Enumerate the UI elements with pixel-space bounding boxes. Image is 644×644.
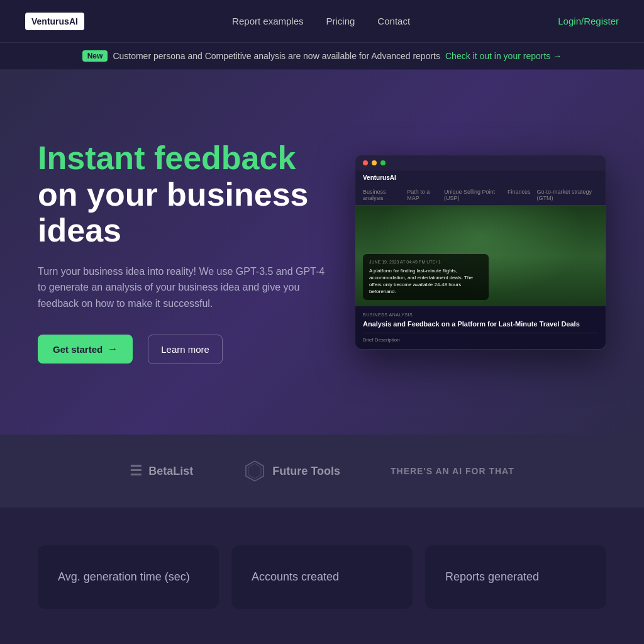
stat-label-reports: Reports generated xyxy=(445,570,586,584)
screenshot-image-area: JUNE 19, 2023 AT 04:49 PM UTC+1 A platfo… xyxy=(355,206,606,306)
screenshot-nav-item-4: Finances xyxy=(508,189,531,201)
stat-card-accounts: Accounts created xyxy=(231,545,413,609)
nav-report-examples[interactable]: Report examples xyxy=(232,16,303,26)
nav-pricing[interactable]: Pricing xyxy=(326,16,355,26)
stat-card-reports: Reports generated xyxy=(425,545,606,609)
screenshot-section-label: BUSINESS ANALYSIS xyxy=(363,313,598,317)
stat-card-avg-gen-time: Avg. generation time (sec) xyxy=(38,545,219,609)
logo-betalist: ☰ BetaList xyxy=(130,463,193,479)
screenshot-body: BUSINESS ANALYSIS Analysis and Feedback … xyxy=(355,306,606,348)
hero-title-white: on your business ideas xyxy=(38,176,309,248)
screenshot-brief-label: Brief Description xyxy=(363,333,598,343)
logo-theresanai: THERE'S AN AI FOR THAT xyxy=(391,466,514,476)
window-dot-yellow xyxy=(372,160,377,165)
betalist-label: BetaList xyxy=(148,465,193,478)
hero-title: Instant feedback on your business ideas xyxy=(38,140,330,248)
logo-futuretools: Future Tools xyxy=(243,460,340,482)
window-dot-red xyxy=(363,160,368,165)
hero-text-block: Instant feedback on your business ideas … xyxy=(38,140,330,364)
hero-description: Turn your business idea into reality! We… xyxy=(38,264,330,312)
window-dot-green xyxy=(380,160,386,165)
screenshot-nav-item-3: Unique Selling Point (USP) xyxy=(444,189,501,201)
nav-links: Report examples Pricing Contact xyxy=(232,16,410,26)
learn-more-button[interactable]: Learn more xyxy=(148,335,223,364)
screenshot-window-controls xyxy=(355,155,606,170)
stats-section: Avg. generation time (sec) Accounts crea… xyxy=(0,508,644,644)
screenshot-nav-item-1: Business analysis xyxy=(363,189,401,201)
hero-buttons: Get started Learn more xyxy=(38,335,330,364)
screenshot-nav-bar: Business analysis Path to a MAP Unique S… xyxy=(355,185,606,206)
hero-title-green: Instant feedback xyxy=(38,140,296,176)
futuretools-label: Future Tools xyxy=(272,465,340,478)
screenshot-logo: VenturusAI xyxy=(355,170,606,185)
stat-label-avg: Avg. generation time (sec) xyxy=(58,570,199,584)
nav-contact[interactable]: Contact xyxy=(377,16,410,26)
navbar: VenturusAI Report examples Pricing Conta… xyxy=(0,0,644,43)
stat-label-accounts: Accounts created xyxy=(252,570,392,584)
futuretools-hexagon-icon xyxy=(243,460,266,482)
new-badge: New xyxy=(82,50,108,62)
banner-cta-link[interactable]: Check it out in your reports xyxy=(445,51,562,61)
screenshot-overlay: JUNE 19, 2023 AT 04:49 PM UTC+1 A platfo… xyxy=(363,254,489,301)
banner-text: Customer persona and Competitive analysi… xyxy=(113,51,440,61)
app-screenshot: VenturusAI Business analysis Path to a M… xyxy=(355,155,606,349)
brand-logo[interactable]: VenturusAI xyxy=(25,13,84,30)
hero-screenshot-container: VenturusAI Business analysis Path to a M… xyxy=(355,155,606,349)
get-started-button[interactable]: Get started xyxy=(38,335,133,364)
hero-section: Instant feedback on your business ideas … xyxy=(0,70,644,435)
screenshot-report-title: Analysis and Feedback on a Platform for … xyxy=(363,319,598,328)
logos-section: ☰ BetaList Future Tools THERE'S AN AI FO… xyxy=(0,435,644,508)
screenshot-overlay-title: A platform for finding last-minute fligh… xyxy=(369,268,473,295)
screenshot-nav-item-5: Go-to-market strategy (GTM) xyxy=(536,189,598,201)
betalist-icon: ☰ xyxy=(130,463,142,479)
screenshot-nav-item-2: Path to a MAP xyxy=(407,189,438,201)
login-register-link[interactable]: Login/Register xyxy=(558,16,619,26)
announcement-banner: New Customer persona and Competitive ana… xyxy=(0,43,644,70)
screenshot-date: JUNE 19, 2023 AT 04:49 PM UTC+1 xyxy=(369,259,482,265)
svg-marker-1 xyxy=(248,464,261,479)
theresanai-label: THERE'S AN AI FOR THAT xyxy=(391,466,514,476)
